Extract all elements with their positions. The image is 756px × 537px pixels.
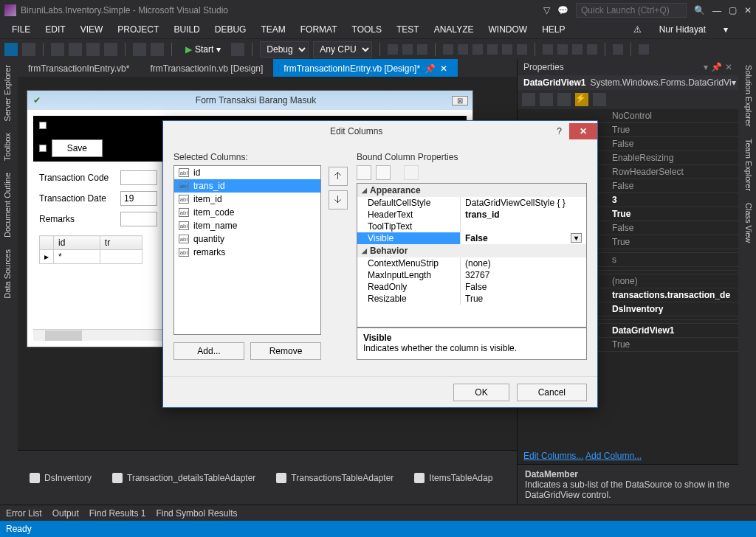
new-project-button[interactable] <box>51 43 64 56</box>
column-item[interactable]: abltrans_id <box>174 179 320 193</box>
redo-button[interactable] <box>151 43 164 56</box>
spacing-button-3[interactable] <box>572 44 583 55</box>
menu-analyze[interactable]: ANALYZE <box>427 22 481 37</box>
add-column-button[interactable]: Add... <box>173 342 244 360</box>
start-debug-button[interactable]: ▶Start ▾ <box>179 44 227 55</box>
column-item[interactable]: ablitem_id <box>174 193 320 206</box>
nav-forward-button[interactable] <box>22 43 35 56</box>
align-button-1[interactable] <box>388 44 398 55</box>
menu-file[interactable]: FILE <box>4 22 38 37</box>
column-property-row[interactable]: ReadOnlyFalse <box>357 281 586 293</box>
menu-edit[interactable]: EDIT <box>38 22 72 37</box>
events-button[interactable]: ⚡ <box>575 93 588 106</box>
column-item[interactable]: ablitem_code <box>174 206 320 219</box>
toolwindow-document-outline[interactable]: Document Outline <box>0 167 18 243</box>
column-item[interactable]: ablquantity <box>174 232 320 246</box>
property-pages-mini-button[interactable] <box>404 165 419 180</box>
pin-icon[interactable]: 📌 <box>711 62 722 72</box>
toolwindow-team-explorer[interactable]: Team Explorer <box>738 133 756 197</box>
component-DsInventory[interactable]: DsInventory <box>30 473 92 483</box>
properties-object-selector[interactable]: DataGridView1 System.Windows.Forms.DataG… <box>518 75 738 90</box>
configuration-select[interactable]: Debug <box>260 41 309 58</box>
field-input[interactable] <box>120 170 157 185</box>
panel-dropdown-icon[interactable]: ▾ <box>704 62 708 72</box>
document-tab[interactable]: frmTransactionIn.vb [Design] <box>140 59 273 77</box>
open-file-button[interactable] <box>69 43 82 56</box>
alphabetical-button[interactable] <box>376 165 391 180</box>
platform-select[interactable]: Any CPU <box>313 41 372 58</box>
menu-window[interactable]: WINDOW <box>481 22 535 37</box>
layout-button-6[interactable] <box>517 44 527 55</box>
toolwindow-tab-output[interactable]: Output <box>52 508 79 519</box>
align-button-3[interactable] <box>417 44 427 55</box>
cancel-button[interactable]: Cancel <box>517 384 587 401</box>
grid-column-header[interactable] <box>40 236 54 250</box>
close-panel-icon[interactable]: ✕ <box>725 62 732 72</box>
minimize-icon[interactable]: — <box>712 5 721 16</box>
dialog-close-button[interactable]: ✕ <box>569 123 597 139</box>
save-button[interactable] <box>86 43 100 56</box>
categorized-button[interactable] <box>357 165 371 180</box>
resize-handle-icon[interactable] <box>39 145 47 152</box>
layout-button-1[interactable] <box>443 44 453 55</box>
form-save-button[interactable]: Save <box>52 139 103 157</box>
menu-help[interactable]: HELP <box>535 22 572 37</box>
layout-button-4[interactable] <box>487 44 498 55</box>
layout-button-3[interactable] <box>472 44 483 55</box>
menu-debug[interactable]: DEBUG <box>207 22 254 37</box>
pin-icon[interactable]: 📌 <box>425 63 436 74</box>
column-property-row[interactable]: MaxInputLength32767 <box>357 269 586 281</box>
spacing-button-2[interactable] <box>557 44 568 55</box>
column-property-grid[interactable]: ◢AppearanceDefaultCellStyleDataGridViewC… <box>357 183 587 328</box>
column-item[interactable]: ablitem_name <box>174 219 320 232</box>
dropdown-icon[interactable]: ▾ <box>571 233 582 243</box>
alphabetical-view-button[interactable] <box>540 93 553 106</box>
menu-format[interactable]: FORMAT <box>293 22 345 37</box>
column-property-row[interactable]: ResizableTrue <box>357 293 586 305</box>
align-button-2[interactable] <box>402 44 413 55</box>
toolwindow-toolbox[interactable]: Toolbox <box>0 127 18 167</box>
property-category[interactable]: ◢Appearance <box>357 184 586 197</box>
maximize-icon[interactable]: ▢ <box>729 5 737 16</box>
layout-button-5[interactable] <box>502 44 512 55</box>
start-options-button[interactable] <box>231 43 244 56</box>
column-property-row[interactable]: ToolTipText <box>357 221 586 232</box>
categorized-view-button[interactable] <box>522 93 535 106</box>
menu-build[interactable]: BUILD <box>166 22 207 37</box>
property-pages-button[interactable] <box>593 93 606 106</box>
toolwindow-data-sources[interactable]: Data Sources <box>0 243 18 305</box>
menu-test[interactable]: TEST <box>389 22 427 37</box>
document-tab[interactable]: frmTransactionInEntry.vb* <box>18 59 140 77</box>
component-TransactionsTableAdapter[interactable]: TransactionsTableAdapter <box>276 473 394 483</box>
menu-project[interactable]: PROJECT <box>110 22 166 37</box>
toolwindow-server-explorer[interactable]: Server Explorer <box>0 59 18 127</box>
property-action-link[interactable]: Edit Columns... <box>523 451 583 461</box>
ok-button[interactable]: OK <box>453 384 509 401</box>
move-down-button[interactable]: 🡣 <box>329 190 348 209</box>
column-item[interactable]: ablid <box>174 166 320 179</box>
save-all-button[interactable] <box>104 43 117 56</box>
remove-column-button[interactable]: Remove <box>250 342 321 360</box>
toolwindow-class-view[interactable]: Class View <box>738 197 756 249</box>
toolwindow-tab-error-list[interactable]: Error List <box>6 508 42 519</box>
grid-column-header[interactable]: id <box>54 236 100 250</box>
column-property-row[interactable]: DefaultCellStyleDataGridViewCellStyle { … <box>357 197 586 209</box>
resize-handle-icon[interactable] <box>39 122 47 129</box>
layout-button-2[interactable] <box>458 44 468 55</box>
order-button-2[interactable] <box>639 44 649 55</box>
properties-button[interactable] <box>557 93 571 106</box>
grid-column-header[interactable]: tr <box>100 236 142 250</box>
column-property-row[interactable]: ContextMenuStrip(none) <box>357 257 586 269</box>
search-icon[interactable]: 🔍 <box>694 5 705 15</box>
spacing-button-1[interactable] <box>543 44 553 55</box>
column-property-row[interactable]: VisibleFalse▾ <box>357 232 586 244</box>
component-Transaction_detailsTableAdapter[interactable]: Transaction_detailsTableAdapter <box>112 473 255 483</box>
menu-view[interactable]: VIEW <box>73 22 111 37</box>
property-action-link[interactable]: Add Column... <box>585 451 642 461</box>
dialog-help-button[interactable]: ? <box>549 123 569 139</box>
quick-launch-input[interactable] <box>576 3 687 18</box>
column-property-row[interactable]: HeaderTexttrans_id <box>357 209 586 221</box>
toolwindow-tab-find-symbol-results[interactable]: Find Symbol Results <box>156 508 237 519</box>
order-button-1[interactable] <box>613 44 623 55</box>
move-up-button[interactable]: 🡡 <box>329 167 348 186</box>
